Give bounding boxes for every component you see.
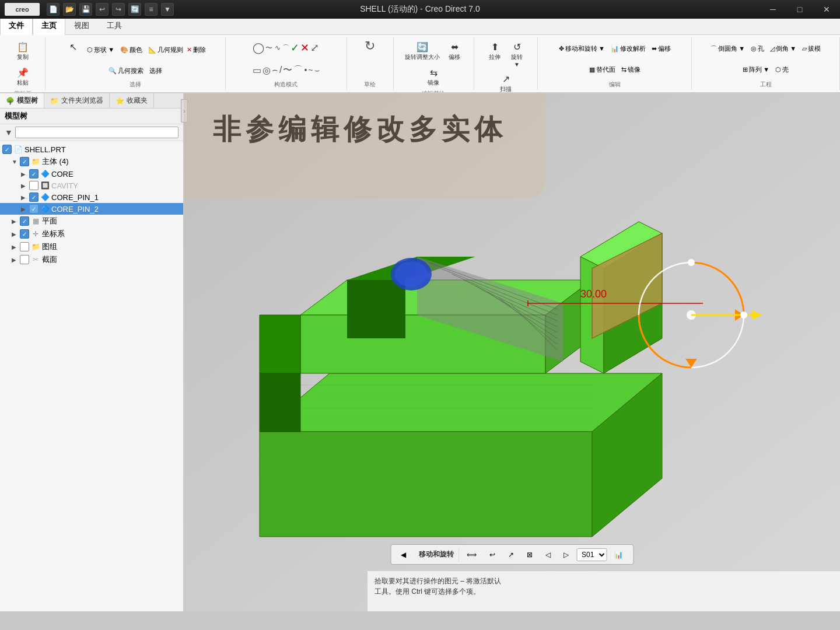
move-icon: ✥ <box>559 45 564 52</box>
tree-item-core[interactable]: ▶ ✓ 🔷 CORE <box>0 168 183 180</box>
pattern-button[interactable]: ⊞ 阵列 ▼ <box>740 60 772 79</box>
tree-header-label: 模型树 <box>5 111 27 120</box>
coord-arrow[interactable]: ▶ <box>12 231 20 237</box>
plane-check[interactable]: ✓ <box>20 216 29 226</box>
group-check[interactable] <box>20 242 29 251</box>
copy-button[interactable]: 📋 复制 <box>12 38 33 63</box>
move-rotate-dropdown[interactable]: ▼ <box>598 45 605 52</box>
tree-item-group[interactable]: ▶ 📁 图组 <box>0 240 183 253</box>
snap-icon-button[interactable]: ⊠ <box>522 548 538 561</box>
tree-item-body[interactable]: ▼ ✓ 📁 主体 (4) <box>0 155 183 168</box>
rotate-icon-button[interactable]: ↩ <box>484 548 501 561</box>
group-arrow[interactable]: ▶ <box>12 244 20 250</box>
prev-arrow-button[interactable]: ◀ <box>396 548 411 561</box>
mirror-label: 镜像 <box>428 79 439 87</box>
tree-item-section[interactable]: ▶ ✂ 截面 <box>0 253 183 266</box>
tab-home[interactable]: 主页 <box>33 18 65 35</box>
line-icon: / <box>279 65 282 75</box>
core-arrow[interactable]: ▶ <box>21 171 29 177</box>
tree-item-cavity[interactable]: ▶ 🔲 CAVITY <box>0 180 183 191</box>
status-line-1: 拾取要对其进行操作的图元 – 将激活默认 <box>374 576 833 586</box>
edit-offset-button[interactable]: ⬌ 偏移 <box>649 38 673 58</box>
pattern-dropdown[interactable]: ▼ <box>763 66 769 73</box>
shape-dropdown-icon[interactable]: ▼ <box>108 46 114 53</box>
coord-check[interactable]: ✓ <box>20 229 29 239</box>
minimize-button[interactable]: ─ <box>760 0 786 19</box>
options-icon[interactable]: ≡ <box>145 3 158 16</box>
section-check[interactable] <box>20 255 29 264</box>
translate-icon-button[interactable]: ⟺ <box>461 548 482 561</box>
regenerate-icon[interactable]: 🔄 <box>128 3 141 16</box>
hole-button[interactable]: ◎ 孔 <box>748 38 766 58</box>
tree-item-coord[interactable]: ▶ ✓ ✛ 坐标系 <box>0 228 183 240</box>
cursor-button[interactable]: ↖ <box>62 38 83 61</box>
section-arrow[interactable]: ▶ <box>12 257 20 263</box>
shape-button[interactable]: ⬡ 形状 ▼ <box>85 38 117 61</box>
more-icon[interactable]: ▼ <box>161 3 174 16</box>
sidebar-collapse-button[interactable]: › <box>181 99 188 123</box>
core-pin-1-arrow[interactable]: ▶ <box>21 194 29 201</box>
save-icon[interactable]: 💾 <box>79 3 92 16</box>
offset-button[interactable]: ⬌ 偏移 <box>444 38 465 63</box>
filter-icon[interactable]: ▼ <box>5 128 13 137</box>
sidebar-tab-favorites[interactable]: ⭐ 收藏夹 <box>110 93 154 108</box>
chamfer-button[interactable]: ◿ 倒角 ▼ <box>768 38 799 58</box>
color-button[interactable]: 🎨 颜色 <box>118 38 145 61</box>
svg-marker-10 <box>260 315 300 373</box>
body-arrow[interactable]: ▼ <box>12 159 20 165</box>
undo-icon[interactable]: ↩ <box>96 3 108 16</box>
maximize-button[interactable]: □ <box>786 0 813 19</box>
shell-button[interactable]: ⬡ 壳 <box>773 60 791 79</box>
paste-button[interactable]: 📌 粘贴 <box>12 64 33 89</box>
body-check[interactable]: ✓ <box>20 157 29 166</box>
revolve-button[interactable]: ↺ 旋转 ▼ <box>506 38 527 69</box>
shape-label: 形状 <box>94 46 107 54</box>
fillet-dropdown[interactable]: ▼ <box>738 45 745 52</box>
new-icon[interactable]: 📄 <box>47 3 60 16</box>
shell-prt-check[interactable]: ✓ <box>2 145 12 154</box>
revolve-dropdown[interactable]: ▼ <box>514 61 520 68</box>
chamfer-dropdown[interactable]: ▼ <box>790 45 796 52</box>
core-pin-2-check[interactable]: ✓ <box>29 204 38 214</box>
tree-search-input[interactable] <box>15 127 178 138</box>
sidebar-tab-model-tree[interactable]: 🌳 模型树 <box>0 93 44 108</box>
select-label[interactable]: 选择 <box>147 62 164 80</box>
sidebar-tab-folder[interactable]: 📁 文件夹浏览器 <box>44 93 110 108</box>
tree-item-plane[interactable]: ▶ ✓ ▦ 平面 <box>0 215 183 228</box>
close-button[interactable]: ✕ <box>813 0 840 19</box>
folder-tab-label: 文件夹浏览器 <box>61 96 103 106</box>
extrude-button[interactable]: ⬆ 拉伸 <box>484 38 505 69</box>
view-select[interactable]: S01 <box>576 548 607 561</box>
cavity-arrow[interactable]: ▶ <box>21 183 29 189</box>
core-pin-2-arrow[interactable]: ▶ <box>21 206 29 212</box>
modify-analysis-button[interactable]: 📊 修改解析 <box>608 38 648 58</box>
clipboard-buttons: 📋 复制 📌 粘贴 <box>5 38 40 89</box>
tree-item-core-pin-2[interactable]: ▶ ✓ 🔷 CORE_PIN_2 <box>0 203 183 215</box>
sweep-button[interactable]: ↗ 扫描 ▼ <box>495 71 516 93</box>
tab-file[interactable]: 文件 <box>0 18 33 35</box>
core-check[interactable]: ✓ <box>29 169 38 178</box>
mirror-button[interactable]: ⇆ 镜像 <box>423 64 444 89</box>
tab-tools[interactable]: 工具 <box>98 18 131 34</box>
tab-view[interactable]: 视图 <box>65 18 98 34</box>
core-pin-1-check[interactable]: ✓ <box>29 192 38 202</box>
open-icon[interactable]: 📂 <box>63 3 76 16</box>
move-rotate-button[interactable]: ✥ 移动和旋转 ▼ <box>556 38 607 58</box>
replace-surface-button[interactable]: ▦ 替代面 <box>587 60 618 79</box>
rotate-scale-button[interactable]: 🔄 旋转调整大小 <box>402 38 443 63</box>
viewport[interactable]: 非参编辑修改多实体 🔍 🔍 ⊕ ↗ ▣ ⬜ ⬜ <box>184 93 840 611</box>
fillet-button[interactable]: ⌒ 倒圆角 ▼ <box>708 38 747 58</box>
chart-icon-button[interactable]: 📊 <box>609 548 628 561</box>
redo-icon[interactable]: ↪ <box>112 3 125 16</box>
draft-button[interactable]: ▱ 拔模 <box>800 38 823 58</box>
plane-arrow[interactable]: ▶ <box>12 218 20 225</box>
geo-search-button[interactable]: 🔍 几何搜索 <box>106 62 146 80</box>
cavity-check[interactable] <box>29 181 38 190</box>
tree-item-core-pin-1[interactable]: ▶ ✓ 🔷 CORE_PIN_1 <box>0 191 183 203</box>
edit-mirror-button[interactable]: ⇆ 镜像 <box>619 60 643 79</box>
tree-item-shell-prt[interactable]: ✓ 📄 SHELL.PRT <box>0 144 183 155</box>
scale-icon-button[interactable]: ↗ <box>503 548 519 561</box>
geo-rule-button[interactable]: 📐 几何规则 ✕ 删除 <box>146 38 208 61</box>
back-button[interactable]: ◁ <box>540 548 556 561</box>
forward-button[interactable]: ▷ <box>558 548 574 561</box>
